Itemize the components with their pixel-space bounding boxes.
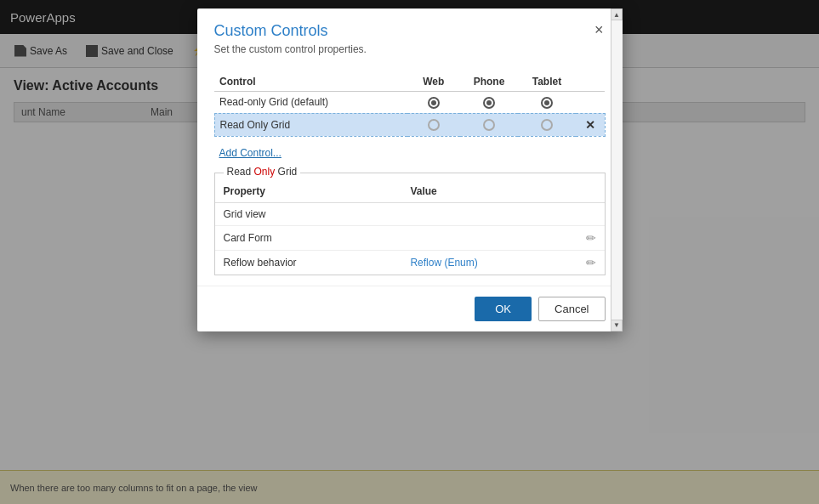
control-name-readonly: Read Only Grid	[214, 113, 407, 136]
table-row[interactable]: Read Only Grid ✕	[214, 113, 605, 136]
table-row: Grid view	[215, 202, 605, 225]
del-cell-default	[576, 92, 605, 114]
prop-edit-reflow[interactable]: ✏	[577, 250, 605, 275]
custom-controls-modal: ▲ ▼ Custom Controls Set the custom contr…	[197, 8, 623, 331]
prop-value-gridview	[401, 202, 577, 225]
modal-subtitle: Set the custom control properties.	[214, 43, 606, 55]
prop-edit-cardform[interactable]: ✏	[577, 225, 605, 250]
modal-title: Custom Controls	[214, 22, 606, 40]
cancel-button[interactable]: Cancel	[538, 297, 605, 321]
props-col-value: Value	[401, 180, 577, 203]
section-legend-accent: Only	[254, 166, 276, 178]
table-row: Card Form ✏	[215, 225, 605, 250]
modal-overlay: ▲ ▼ Custom Controls Set the custom contr…	[0, 0, 819, 504]
delete-row-button[interactable]: ✕	[585, 118, 595, 132]
phone-radio-readonly[interactable]	[460, 113, 518, 136]
props-col-actions	[577, 180, 605, 203]
radio-tablet-checked-icon[interactable]	[541, 97, 553, 109]
scroll-track	[611, 20, 623, 320]
tablet-radio-default[interactable]	[518, 92, 576, 114]
modal-body: Control Web Phone Tablet Read-only Grid …	[197, 62, 623, 286]
prop-value-cardform	[401, 225, 577, 250]
radio-web-checked-icon[interactable]	[428, 97, 440, 109]
phone-radio-default[interactable]	[460, 92, 518, 114]
col-header-phone: Phone	[460, 72, 518, 92]
scroll-down-arrow[interactable]: ▼	[611, 320, 623, 331]
col-header-web: Web	[407, 72, 460, 92]
prop-name-cardform: Card Form	[215, 225, 402, 250]
tablet-radio-readonly[interactable]	[518, 113, 576, 136]
reflow-value-text: Reflow (Enum)	[410, 257, 477, 269]
del-cell-readonly[interactable]: ✕	[576, 113, 605, 136]
prop-value-reflow: Reflow (Enum)	[401, 250, 577, 275]
controls-table: Control Web Phone Tablet Read-only Grid …	[214, 72, 606, 137]
radio-phone-empty-icon[interactable]	[483, 119, 495, 131]
modal-footer: OK Cancel	[197, 286, 623, 331]
add-control-link[interactable]: Add Control...	[214, 144, 287, 162]
col-header-control: Control	[214, 72, 407, 92]
edit-pencil-icon[interactable]: ✏	[586, 231, 596, 245]
properties-section: Read Only Grid Property Value Grid view	[214, 173, 606, 275]
section-legend: Read Only Grid	[224, 166, 301, 178]
radio-phone-checked-icon[interactable]	[483, 97, 495, 109]
prop-edit-gridview	[577, 202, 605, 225]
props-col-property: Property	[215, 180, 402, 203]
properties-table: Property Value Grid view Card Form	[215, 180, 605, 275]
ok-button[interactable]: OK	[475, 297, 532, 321]
radio-tablet-empty-icon[interactable]	[541, 119, 553, 131]
table-row: Reflow behavior Reflow (Enum) ✏	[215, 250, 605, 275]
prop-name-gridview: Grid view	[215, 202, 402, 225]
web-radio-default[interactable]	[407, 92, 460, 114]
control-name-default: Read-only Grid (default)	[214, 92, 407, 114]
modal-close-button[interactable]: ×	[589, 20, 609, 39]
table-row: Read-only Grid (default)	[214, 92, 605, 114]
modal-header: Custom Controls Set the custom control p…	[197, 8, 623, 62]
radio-web-empty-icon[interactable]	[428, 119, 440, 131]
web-radio-readonly[interactable]	[407, 113, 460, 136]
prop-name-reflow: Reflow behavior	[215, 250, 402, 275]
edit-pencil-icon[interactable]: ✏	[586, 256, 596, 269]
col-header-del	[576, 72, 605, 92]
col-header-tablet: Tablet	[518, 72, 576, 92]
